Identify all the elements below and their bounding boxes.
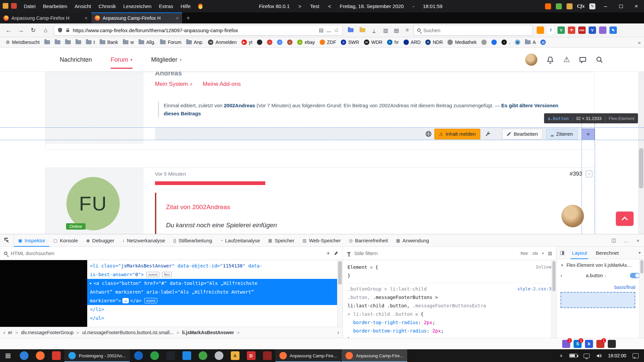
link-meine-addons[interactable]: Meine Add-ons	[203, 81, 240, 87]
breadcrumb-item[interactable]: div.messageFooterGroup	[21, 330, 73, 335]
devtools-tab-konsole[interactable]: ▢Konsole	[49, 234, 82, 247]
markup-scrollbar[interactable]	[337, 260, 342, 327]
markup-line[interactable]: ▶<a class="button" href="#" data-tooltip…	[87, 279, 342, 288]
lock-icon[interactable]	[65, 28, 70, 33]
taskbar-icon[interactable]	[195, 349, 211, 362]
bookmark-item[interactable]	[73, 39, 84, 45]
devtools-tab-debugger[interactable]: ◉Debugger	[82, 234, 118, 247]
notification-icon[interactable]: 1	[596, 340, 604, 348]
titlebar-extension-icon[interactable]	[567, 3, 573, 9]
toolbar-icon[interactable]: ▥	[380, 25, 391, 36]
bookmark-item[interactable]: Bank	[97, 39, 120, 46]
breadcrumb-back-icon[interactable]: ‹	[3, 329, 5, 336]
minimize-button[interactable]: –	[598, 0, 613, 12]
edit-note-user-link[interactable]: 2002Andreas	[224, 103, 255, 108]
bookmark-item[interactable]: WWDR	[362, 39, 385, 46]
titlebar-extension-icon[interactable]: ✎	[589, 3, 595, 9]
disclosure-triangle-icon[interactable]: ▼	[560, 263, 564, 267]
tab-close-icon[interactable]: ×	[85, 15, 88, 21]
bookmark-item[interactable]: Allg.	[136, 39, 158, 46]
devtools-close-icon[interactable]: ×	[632, 234, 644, 247]
breadcrumb-item[interactable]: er	[8, 330, 12, 335]
user-avatar[interactable]	[525, 54, 537, 66]
css-rule-line[interactable]: .button, .messageFooterButtons >	[347, 293, 551, 301]
start-button[interactable]: ⊞	[0, 349, 16, 362]
taskbar-icon[interactable]	[32, 349, 48, 362]
taskbar-button[interactable]: Anpassung Camp-Fire...	[341, 349, 407, 362]
search-input[interactable]	[423, 27, 529, 33]
rules-scrollbar[interactable]	[551, 260, 556, 338]
notification-icon[interactable]	[608, 340, 616, 348]
taskbar-icon[interactable]	[179, 349, 195, 362]
bookmark-item[interactable]: ▦	[513, 39, 523, 46]
bookmark-item[interactable]: Anp.	[184, 39, 206, 46]
page-scrollbar[interactable]	[638, 48, 644, 234]
devtools-tab-speicher[interactable]: ▦Speicher	[264, 234, 299, 247]
bookmark-item[interactable]: w	[120, 39, 136, 46]
expand-arrow-icon[interactable]: ▶	[90, 282, 92, 285]
bookmark-item[interactable]: WAnmelden	[206, 39, 239, 46]
scroll-to-top-button[interactable]	[616, 212, 634, 226]
sidebar-toggle-icon[interactable]: ◨	[560, 250, 565, 256]
bookmark-item[interactable]: Mediathek	[445, 39, 479, 46]
nav-item-nachrichten[interactable]: Nachrichten	[60, 48, 92, 72]
bookmark-item[interactable]	[479, 39, 489, 46]
bookmark-item[interactable]: Forum	[158, 39, 183, 46]
post-number[interactable]: #393	[570, 171, 582, 177]
notifications-bell-icon[interactable]	[546, 56, 554, 64]
css-rule-line[interactable]: li:last-child .button, .messageFooterBut…	[347, 301, 551, 310]
taskbar-icon[interactable]	[48, 349, 64, 362]
taskbar-icon[interactable]	[259, 349, 275, 362]
markup-line[interactable]: is-best-answer="0">eventflex	[87, 270, 342, 279]
rules-toolbar-button[interactable]: .cls	[532, 251, 538, 256]
forum-search-icon[interactable]	[596, 56, 603, 63]
edit-button[interactable]: Bearbeiten	[502, 129, 543, 139]
other-folder-button[interactable]	[357, 25, 368, 36]
toolbar-icon[interactable]: ▤	[391, 25, 402, 36]
flex-element-header[interactable]: ▼ Flex-Element von li.jsMarkAs…	[560, 262, 640, 268]
scrollbar-thumb[interactable]	[552, 261, 555, 291]
wrench-icon[interactable]	[485, 131, 491, 137]
devtools-tab-stilbearbeitung[interactable]: {}Stilbearbeitung	[169, 234, 216, 247]
bookmark-item[interactable]: ▤	[538, 39, 548, 46]
url-bar[interactable]: https://www.camp-firefox.de/forum/thema/…	[54, 25, 343, 36]
extension-icon[interactable]: ☂	[568, 26, 575, 34]
devtools-tab-anwendung[interactable]: ▩Anwendung	[392, 234, 433, 247]
extension-icon[interactable]: ✎	[609, 26, 617, 34]
markup-line[interactable]: markieren">…</a>event	[87, 296, 342, 305]
page-actions-icon[interactable]	[326, 27, 331, 33]
menubar-item-hilfe[interactable]: Hilfe	[177, 0, 194, 12]
devtools-tab-laufzeitanalyse[interactable]: ◔Laufzeitanalyse	[216, 234, 264, 247]
bookmark-star-icon[interactable]	[334, 27, 339, 34]
nav-item-forum[interactable]: Forum▾	[111, 48, 132, 72]
markup-line[interactable]: Antwort“ markieren" aria-label="Als „Hil…	[87, 288, 342, 296]
globe-icon[interactable]	[425, 131, 432, 137]
add-node-icon[interactable]	[326, 250, 330, 257]
bookmark-item[interactable]	[63, 39, 73, 45]
eyedropper-icon[interactable]	[333, 251, 338, 256]
menubar-item-extras[interactable]: Extras	[155, 0, 177, 12]
bookmark-item[interactable]: A	[523, 39, 538, 46]
scrollbar-thumb[interactable]	[338, 261, 342, 285]
menubar-item-chronik[interactable]: Chronik	[95, 0, 120, 12]
new-tab-button[interactable]: +	[182, 12, 194, 23]
quote-title-link[interactable]: Zitat von 2002Andreas	[166, 203, 230, 211]
taskbar-icon[interactable]	[163, 349, 179, 362]
badge-event[interactable]: event	[144, 298, 157, 303]
bookmark-item[interactable]: ZDF	[317, 39, 338, 46]
bookmark-item[interactable]: C	[285, 39, 295, 46]
moderation-warning-icon[interactable]	[563, 55, 570, 64]
css-rule-line[interactable]: }	[347, 271, 551, 280]
menubar-item-ansicht[interactable]: Ansicht	[71, 0, 95, 12]
avatar-initials[interactable]: FU	[66, 177, 120, 230]
browser-tab[interactable]: Anpassung Camp-Firefox H×	[0, 12, 91, 23]
css-rule-line[interactable]: > li:last-child .button ⚙ {	[347, 310, 551, 318]
extension-icon[interactable]: css	[578, 26, 586, 34]
devtools-tab-barrierefreiheit[interactable]: ◎Barrierefreiheit	[345, 234, 392, 247]
close-button[interactable]: ×	[629, 0, 644, 12]
taskbar-clock[interactable]: 18:02:00	[608, 353, 627, 358]
bookmark-item[interactable]	[255, 39, 265, 46]
badge-event[interactable]: event	[146, 272, 159, 277]
titlebar-logo-icon[interactable]: Cfx	[577, 3, 585, 9]
notification-icon[interactable]: 1	[562, 340, 570, 348]
